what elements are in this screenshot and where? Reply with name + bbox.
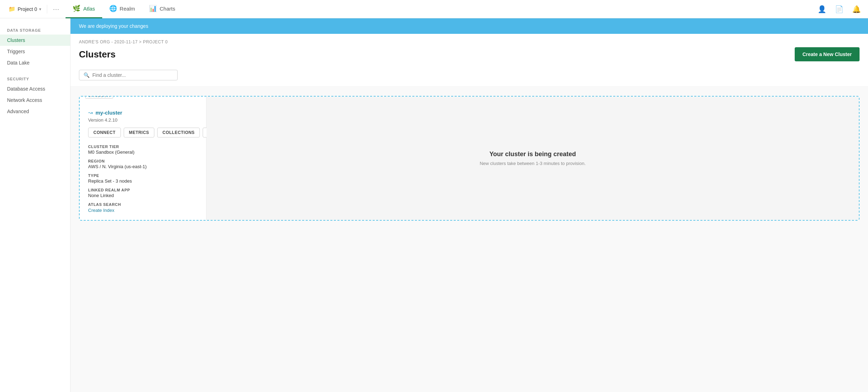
cluster-version: Version 4.2.10 — [88, 117, 198, 123]
top-nav: 📁 Project 0 ▾ ⋯ 🌿 Atlas 🌐 Realm 📊 Charts… — [0, 0, 868, 18]
cluster-detail-search: ATLAS SEARCH Create Index — [88, 202, 198, 213]
cluster-type-value: Replica Set - 3 nodes — [88, 178, 198, 184]
user-icon[interactable]: 👤 — [816, 4, 828, 15]
cluster-tier-label: CLUSTER TIER — [88, 145, 198, 149]
bell-icon[interactable]: 🔔 — [851, 4, 862, 15]
cluster-name-row: ↝ my-cluster — [88, 109, 198, 116]
create-cluster-button[interactable]: Create a New Cluster — [795, 47, 860, 61]
sidebar-item-database-access[interactable]: Database Access — [0, 83, 70, 94]
nav-tabs: 🌿 Atlas 🌐 Realm 📊 Charts — [66, 0, 182, 18]
project-name: Project 0 — [18, 6, 37, 12]
breadcrumb-sep1: - — [110, 39, 114, 44]
main-layout: DATA STORAGE Clusters Triggers Data Lake… — [0, 18, 868, 392]
cluster-search-label: ATLAS SEARCH — [88, 202, 198, 207]
cluster-details: CLUSTER TIER M0 Sandbox (General) REGION… — [88, 145, 198, 213]
main-content: We are deploying your changes ANDRE'S OR… — [70, 18, 868, 392]
project-selector[interactable]: 📁 Project 0 ▾ — [6, 4, 44, 14]
card-icon[interactable]: 📄 — [833, 4, 845, 15]
search-box: 🔍 — [79, 70, 178, 80]
sidebar-item-clusters[interactable]: Clusters — [0, 35, 70, 46]
sandbox-badge: SANDBOX — [88, 96, 110, 98]
create-index-link[interactable]: Create Index — [88, 208, 114, 213]
realm-icon: 🌐 — [109, 5, 117, 12]
cluster-actions: CONNECT METRICS COLLECTIONS ··· — [88, 128, 198, 137]
breadcrumb-project: PROJECT 0 — [143, 39, 168, 44]
search-input[interactable] — [92, 72, 173, 78]
cluster-link-icon: ↝ — [88, 109, 93, 116]
breadcrumb-sep2: > — [138, 39, 143, 44]
tab-realm[interactable]: 🌐 Realm — [102, 0, 142, 18]
cluster-card-right: Your cluster is being created New cluste… — [207, 97, 859, 220]
tab-atlas[interactable]: 🌿 Atlas — [66, 0, 102, 18]
sidebar-item-triggers[interactable]: Triggers — [0, 46, 70, 57]
page-header: ANDRE'S ORG - 2020-11-17 > PROJECT 0 Clu… — [70, 34, 868, 70]
sidebar-section-security: SECURITY — [0, 74, 70, 83]
cluster-detail-tier: CLUSTER TIER M0 Sandbox (General) — [88, 145, 198, 155]
cluster-region-value: AWS / N. Virginia (us-east-1) — [88, 164, 198, 169]
cluster-detail-type: TYPE Replica Set - 3 nodes — [88, 173, 198, 184]
tab-realm-label: Realm — [120, 6, 135, 12]
cluster-card: SANDBOX ↝ my-cluster Version 4.2.10 CONN… — [79, 96, 860, 221]
sidebar-item-datalake[interactable]: Data Lake — [0, 57, 70, 68]
breadcrumb: ANDRE'S ORG - 2020-11-17 > PROJECT 0 — [79, 39, 860, 44]
more-options-icon[interactable]: ⋯ — [50, 4, 63, 14]
cluster-name[interactable]: my-cluster — [96, 110, 122, 116]
provisioning-subtitle: New clusters take between 1-3 minutes to… — [480, 161, 586, 166]
metrics-button[interactable]: METRICS — [124, 128, 154, 137]
sidebar-item-advanced[interactable]: Advanced — [0, 106, 70, 117]
cluster-realm-value: None Linked — [88, 193, 198, 198]
search-icon: 🔍 — [84, 72, 90, 78]
nav-right: 👤 📄 🔔 — [816, 4, 862, 15]
search-row: 🔍 — [70, 70, 868, 86]
provisioning-title: Your cluster is being created — [490, 151, 576, 158]
breadcrumb-org: ANDRE'S ORG — [79, 39, 110, 44]
tab-charts-label: Charts — [160, 6, 175, 12]
nav-divider — [47, 5, 47, 13]
deploy-banner: We are deploying your changes — [70, 18, 868, 34]
chevron-down-icon: ▾ — [39, 7, 41, 12]
cluster-region-label: REGION — [88, 159, 198, 163]
tab-atlas-label: Atlas — [83, 6, 95, 12]
folder-icon: 📁 — [8, 6, 16, 12]
tab-charts[interactable]: 📊 Charts — [142, 0, 182, 18]
connect-button[interactable]: CONNECT — [88, 128, 121, 137]
collections-button[interactable]: COLLECTIONS — [157, 128, 200, 137]
cluster-list-area: SANDBOX ↝ my-cluster Version 4.2.10 CONN… — [70, 86, 868, 226]
charts-icon: 📊 — [149, 5, 157, 12]
sidebar: DATA STORAGE Clusters Triggers Data Lake… — [0, 18, 70, 392]
atlas-icon: 🌿 — [73, 5, 80, 12]
deploy-banner-text: We are deploying your changes — [79, 23, 148, 29]
cluster-detail-realm: LINKED REALM APP None Linked — [88, 188, 198, 198]
sidebar-item-network-access[interactable]: Network Access — [0, 94, 70, 106]
sidebar-section-data-storage: DATA STORAGE — [0, 25, 70, 35]
cluster-realm-label: LINKED REALM APP — [88, 188, 198, 192]
cluster-type-label: TYPE — [88, 173, 198, 178]
cluster-detail-region: REGION AWS / N. Virginia (us-east-1) — [88, 159, 198, 169]
page-title-row: Clusters Create a New Cluster — [79, 47, 860, 61]
cluster-tier-value: M0 Sandbox (General) — [88, 149, 198, 155]
page-title: Clusters — [79, 49, 116, 60]
breadcrumb-date: 2020-11-17 — [114, 39, 137, 44]
cluster-card-left: ↝ my-cluster Version 4.2.10 CONNECT METR… — [80, 97, 207, 220]
